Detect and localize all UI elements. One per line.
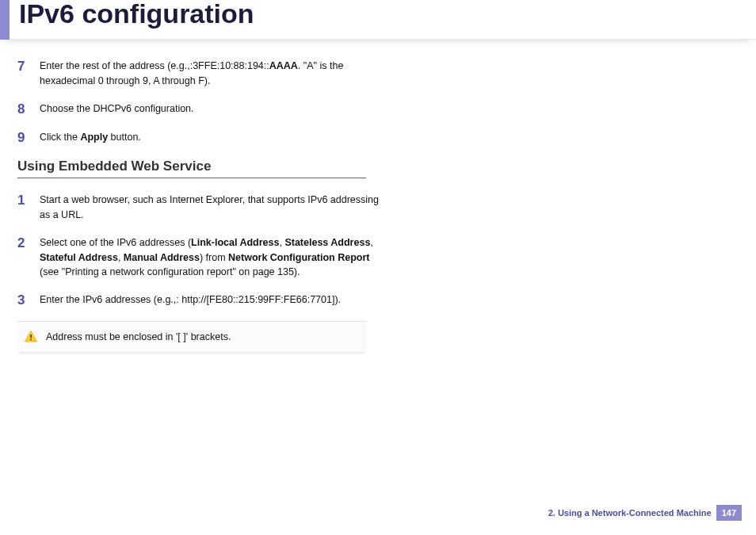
accent-stripe: [0, 0, 10, 40]
footer-page-number: 147: [716, 505, 742, 521]
step-row: 8 Choose the DHCPv6 configuration.: [17, 101, 388, 117]
step-row: 9 Click the Apply button.: [17, 130, 388, 146]
step-number: 7: [17, 59, 40, 75]
step-text: Select one of the IPv6 addresses (Link-l…: [40, 235, 388, 280]
step-row: 2 Select one of the IPv6 addresses (Link…: [17, 235, 388, 280]
step-text: Click the Apply button.: [40, 130, 141, 145]
step-text: Enter the IPv6 addresses (e.g.,: http://…: [40, 292, 341, 308]
step-row: 7 Enter the rest of the address (e.g.,:3…: [17, 59, 388, 89]
step-number: 3: [17, 292, 40, 308]
step-number: 1: [17, 193, 40, 208]
step-text: Choose the DHCPv6 configuration.: [40, 101, 194, 117]
footer: 2. Using a Network-Connected Machine 147: [548, 505, 742, 521]
header-bar: IPv6 configuration: [0, 0, 756, 40]
content-column: 7 Enter the rest of the address (e.g.,:3…: [0, 40, 388, 352]
svg-rect-1: [30, 339, 32, 341]
page-title: IPv6 configuration: [19, 0, 254, 29]
step-row: 1 Start a web browser, such as Internet …: [17, 193, 388, 223]
step-text: Start a web browser, such as Internet Ex…: [40, 193, 388, 223]
step-row: 3 Enter the IPv6 addresses (e.g.,: http:…: [17, 292, 388, 308]
step-number: 9: [17, 130, 40, 146]
svg-rect-0: [30, 334, 32, 338]
step-text: Enter the rest of the address (e.g.,:3FF…: [40, 59, 388, 89]
note-box: Address must be enclosed in '[ ]' bracke…: [17, 321, 366, 352]
warning-icon: [24, 330, 38, 344]
step-number: 2: [17, 235, 40, 251]
footer-chapter: 2. Using a Network-Connected Machine: [548, 508, 712, 518]
section-heading: Using Embedded Web Service: [17, 159, 366, 178]
note-text: Address must be enclosed in '[ ]' bracke…: [46, 331, 231, 342]
step-number: 8: [17, 101, 40, 117]
